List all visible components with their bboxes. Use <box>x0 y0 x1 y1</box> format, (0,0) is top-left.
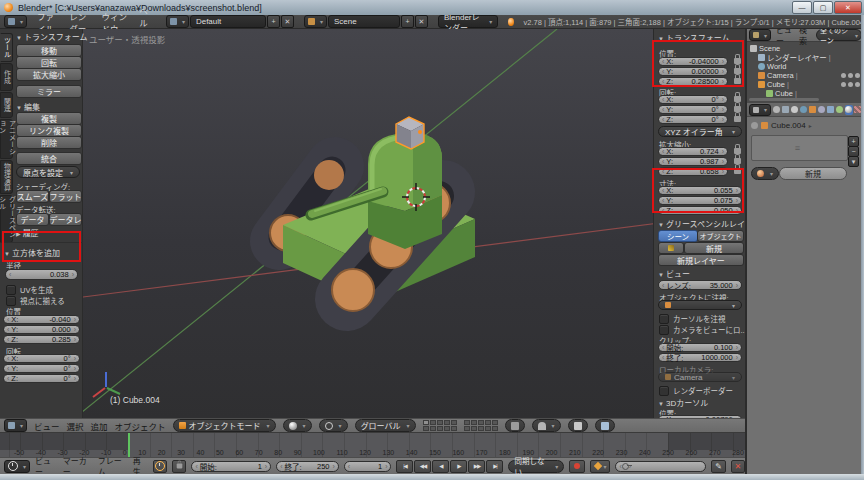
render-opengl-button[interactable] <box>568 419 588 432</box>
tab-create[interactable]: 作成 <box>0 63 13 91</box>
np-scale-y-field[interactable]: Y:0.987 <box>658 157 728 166</box>
object-menu[interactable]: オブジェクト <box>115 420 166 432</box>
rotation-x-field[interactable]: X:0° <box>3 354 80 363</box>
material-slot-list[interactable]: ≡ <box>751 135 848 161</box>
generate-uv-checkbox[interactable]: UVを生成 <box>6 284 53 295</box>
editor-type-selector[interactable] <box>4 15 27 28</box>
screen-layout-icon[interactable] <box>166 15 189 28</box>
scene-selector-icon[interactable] <box>304 15 327 28</box>
tab-world[interactable] <box>799 105 807 115</box>
cube-restrict-icons[interactable] <box>841 82 860 87</box>
shading-dropdown[interactable] <box>283 419 312 432</box>
align-to-view-checkbox[interactable]: 視点に揃える <box>6 295 65 306</box>
tab-animation[interactable]: アニメーション <box>0 119 13 159</box>
clip-start-field[interactable]: 開始:0.100 <box>658 343 742 352</box>
outliner-row-cube-data[interactable]: Cube| <box>766 89 797 98</box>
tab-material[interactable] <box>845 105 853 115</box>
viewport-editor-selector[interactable] <box>4 419 27 432</box>
gp-scene-toggle[interactable]: シーン <box>658 230 698 242</box>
layout-add-button[interactable]: + <box>267 15 280 28</box>
lock-camera-checkbox[interactable]: カメラをビューにロ... <box>659 324 745 335</box>
close-button[interactable]: ✕ <box>834 1 862 14</box>
location-x-field[interactable]: X:-0.040 <box>3 315 80 324</box>
np-grease-pencil-header[interactable]: ▼グリースペンシルレイ... <box>658 218 745 229</box>
outliner-row-cube[interactable]: Cube| <box>758 80 789 89</box>
lock-time-button[interactable] <box>172 460 186 473</box>
tab-scene[interactable] <box>790 105 798 115</box>
camera-restrict-icons[interactable] <box>841 73 860 78</box>
keying-set-dropdown[interactable] <box>590 460 611 473</box>
lock-icon[interactable] <box>734 116 741 122</box>
render-engine-selector[interactable]: Blenderレンダー <box>438 15 498 28</box>
tab-physics[interactable]: 物理演算 <box>0 160 13 194</box>
play-reverse-button[interactable]: ◀ <box>432 460 449 473</box>
sync-dropdown[interactable]: 同期しない <box>508 460 564 473</box>
use-preview-range-button[interactable] <box>153 460 167 473</box>
prev-keyframe-button[interactable]: ◀◀ <box>414 460 431 473</box>
maximize-button[interactable]: ▢ <box>813 1 833 14</box>
layout-delete-button[interactable]: ✕ <box>281 15 294 28</box>
3d-viewport[interactable]: ユーザー・透視投影 (1) Cube.004 <box>83 29 745 418</box>
select-menu[interactable]: 選択 <box>67 420 84 432</box>
tab-render[interactable] <box>772 105 780 115</box>
rotation-z-field[interactable]: Z:0° <box>3 374 80 383</box>
jump-to-start-button[interactable]: |◀ <box>396 460 413 473</box>
tab-modifiers[interactable] <box>827 105 835 115</box>
delete-keyframe-button[interactable]: ✕ <box>731 460 745 473</box>
layers-grid-1[interactable] <box>423 420 457 431</box>
active-keying-set-field[interactable] <box>615 461 706 472</box>
material-browse-dropdown[interactable] <box>751 167 779 180</box>
scene-field[interactable]: Scene <box>328 15 400 28</box>
lens-field[interactable]: レンズ:35.000 <box>658 280 742 290</box>
tab-data[interactable] <box>836 105 844 115</box>
play-button[interactable]: ▶ <box>450 460 467 473</box>
panel-transform-header[interactable]: ▼トランスフォーム <box>16 31 88 42</box>
np-scale-x-field[interactable]: X:0.724 <box>658 147 728 156</box>
outliner-scope-dropdown[interactable]: 全てのシーン <box>816 29 862 41</box>
tab-render-layers[interactable] <box>781 105 789 115</box>
insert-keyframe-button[interactable]: ✎ <box>711 460 725 473</box>
tab-tools[interactable]: ツール <box>0 33 13 62</box>
title-bar[interactable]: Blender* [C:¥Users¥anazawa¥Downloads¥scr… <box>0 0 864 15</box>
gp-object-toggle[interactable]: オブジェクト <box>697 230 744 242</box>
rotation-y-field[interactable]: Y:0° <box>3 364 80 373</box>
frame-end-field[interactable]: 終了:250 <box>276 461 339 472</box>
view-menu[interactable]: ビュー <box>34 420 60 432</box>
render-border-checkbox[interactable]: レンダーボーダー <box>659 385 733 396</box>
tab-constraints[interactable] <box>817 105 825 115</box>
add-menu[interactable]: 追加 <box>91 420 108 432</box>
np-rot-z-field[interactable]: Z:0° <box>658 115 728 124</box>
set-origin-dropdown[interactable]: 原点を設定 <box>16 166 80 178</box>
screen-layout-field[interactable]: Default <box>190 15 266 28</box>
rotation-mode-dropdown[interactable]: XYZ オイラー角 <box>658 126 742 137</box>
3d-viewport-canvas[interactable] <box>83 29 745 418</box>
np-view-header[interactable]: ▼ビュー <box>658 268 690 279</box>
properties-breadcrumb[interactable]: Cube.004 ▸ <box>751 121 812 130</box>
data-button[interactable]: データ <box>16 213 49 226</box>
current-frame-field[interactable]: 1 <box>344 461 392 472</box>
timeline-editor-selector[interactable] <box>4 460 30 473</box>
join-button[interactable]: 統合 <box>16 152 82 165</box>
lock-object-field[interactable] <box>658 300 742 310</box>
np-rot-y-field[interactable]: Y:0° <box>658 105 728 114</box>
orientation-dropdown[interactable]: グローバル <box>355 419 416 432</box>
delete-button[interactable]: 削除 <box>16 136 82 149</box>
outliner-editor-selector[interactable] <box>749 29 771 41</box>
local-camera-field[interactable]: Camera <box>658 372 742 382</box>
material-new-button[interactable]: 新規 <box>779 167 847 180</box>
gp-new-button[interactable]: 新規 <box>684 242 744 254</box>
snap-dropdown[interactable] <box>532 419 561 432</box>
jump-to-end-button[interactable]: ▶| <box>486 460 503 473</box>
render-anim-button[interactable] <box>595 419 615 432</box>
np-3d-cursor-header[interactable]: ▼3Dカーソル <box>658 397 708 408</box>
gp-draw-icon-button[interactable] <box>658 242 684 254</box>
mirror-button[interactable]: ミラー <box>16 85 82 98</box>
outliner-row-renderlayers[interactable]: レンダーレイヤー| <box>758 53 831 62</box>
outliner-row-world[interactable]: World <box>758 62 786 71</box>
np-rot-x-field[interactable]: X:0° <box>658 95 728 104</box>
outliner-row-camera[interactable]: Camera| <box>758 71 798 80</box>
outliner-scrollbar[interactable] <box>749 98 819 101</box>
frame-start-field[interactable]: 開始:1 <box>191 461 271 472</box>
radius-field[interactable]: 0.038 <box>5 269 78 280</box>
shade-smooth-button[interactable]: スムーズ <box>16 190 49 203</box>
